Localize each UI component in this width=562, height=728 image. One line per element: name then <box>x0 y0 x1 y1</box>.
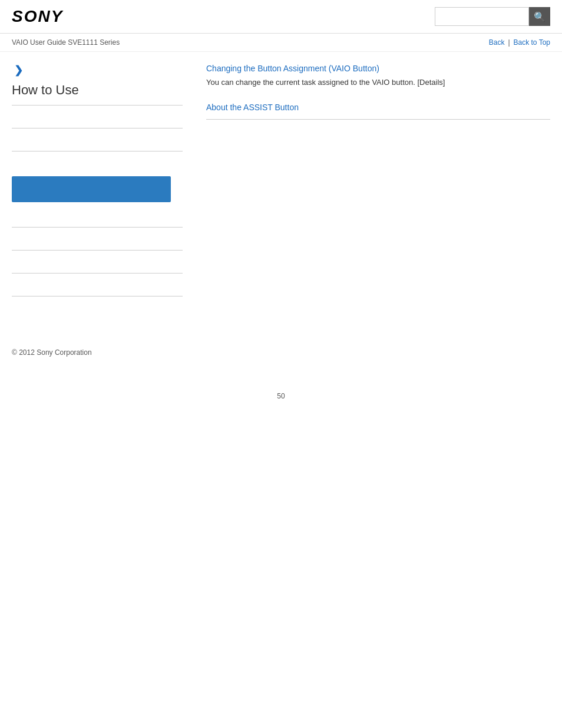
sidebar-divider-1 <box>12 105 183 106</box>
content-area: Changing the Button Assignment (VAIO But… <box>194 64 550 313</box>
search-box: 🔍 <box>435 7 550 26</box>
back-to-top-link[interactable]: Back to Top <box>514 38 550 47</box>
search-icon: 🔍 <box>534 11 546 22</box>
guide-title: VAIO User Guide SVE1111 Series <box>12 38 120 47</box>
content-section-2: About the ASSIST Button <box>206 103 550 120</box>
nav-separator: | <box>508 38 510 47</box>
nav-bar: VAIO User Guide SVE1111 Series Back | Ba… <box>0 34 562 52</box>
sidebar-item-5 <box>12 233 183 244</box>
sidebar-item-7 <box>12 279 183 290</box>
sidebar-item-6 <box>12 256 183 267</box>
sidebar-divider-6 <box>12 273 183 274</box>
vaio-button-link[interactable]: Changing the Button Assignment (VAIO But… <box>206 64 550 73</box>
sony-logo: SONY <box>12 7 63 26</box>
assist-button-link[interactable]: About the ASSIST Button <box>206 103 550 112</box>
footer: © 2012 Sony Corporation <box>0 337 562 363</box>
sidebar-item-1 <box>12 111 183 122</box>
back-link[interactable]: Back <box>489 38 505 47</box>
sidebar-blue-block <box>12 176 171 202</box>
search-input[interactable] <box>435 7 529 26</box>
vaio-button-description: You can change the current task assigned… <box>206 77 550 88</box>
sidebar-divider-2 <box>12 128 183 129</box>
sidebar-divider-3 <box>12 151 183 151</box>
sidebar-divider-5 <box>12 250 183 251</box>
sidebar-item-3 <box>12 157 183 168</box>
search-button[interactable]: 🔍 <box>529 7 550 26</box>
sidebar-item-4 <box>12 210 183 221</box>
sidebar-divider-4 <box>12 227 183 228</box>
page-number: 50 <box>0 386 562 406</box>
content-section-1: Changing the Button Assignment (VAIO But… <box>206 64 550 88</box>
page-header: SONY 🔍 <box>0 0 562 34</box>
copyright: © 2012 Sony Corporation <box>12 348 92 357</box>
main-content: ❯ How to Use Changing the Button Assignm… <box>0 52 562 337</box>
sidebar: ❯ How to Use <box>12 64 194 313</box>
chevron-icon: ❯ <box>14 64 183 77</box>
sidebar-item-8 <box>12 302 183 313</box>
nav-links: Back | Back to Top <box>489 38 550 47</box>
sidebar-item-2 <box>12 134 183 145</box>
sidebar-divider-7 <box>12 296 183 297</box>
content-divider <box>206 119 550 120</box>
sidebar-title: How to Use <box>12 83 183 98</box>
